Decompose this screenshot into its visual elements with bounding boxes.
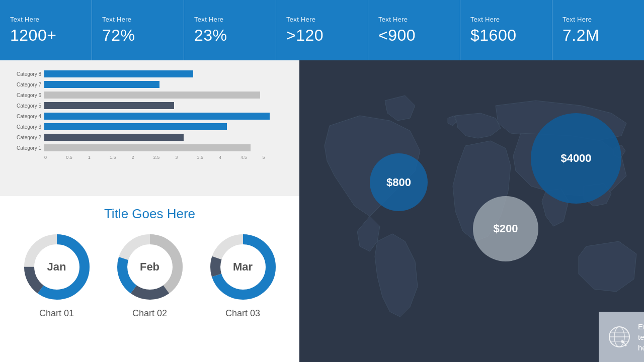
- stat-value-6: 7.2M: [562, 26, 634, 45]
- bar-label-2: Category 2: [10, 135, 41, 140]
- donut-center-feb: Feb: [140, 260, 159, 274]
- bottom-item-0: Enter text here.: [599, 312, 644, 362]
- bar-row-7: Category 7: [10, 81, 284, 88]
- stats-bar: Text Here 1200+ Text Here 72% Text Here …: [0, 0, 644, 60]
- bar-fill-4: [44, 113, 270, 120]
- bar-row-3: Category 3: [10, 123, 284, 130]
- bar-track-3: [44, 123, 284, 130]
- bottom-strip: Enter text here.: [599, 312, 644, 362]
- bar-label-7: Category 7: [10, 82, 41, 87]
- bar-row-6: Category 6: [10, 92, 284, 99]
- axis-0: 0: [44, 155, 66, 160]
- axis-25: 2.5: [153, 155, 175, 160]
- right-panel: $800 $200 $4000: [299, 60, 644, 362]
- bar-row-5: Category 5: [10, 102, 284, 109]
- donut-center-mar: Mar: [233, 260, 253, 274]
- bubble-value-4000: $4000: [560, 152, 591, 165]
- bar-track-6: [44, 92, 284, 99]
- bar-label-8: Category 8: [10, 71, 41, 77]
- bar-fill-5: [44, 102, 174, 109]
- stat-label-4: Text Here: [378, 16, 450, 23]
- donut-wrapper-mar: Mar: [208, 232, 278, 302]
- donut-center-jan: Jan: [47, 260, 66, 274]
- bar-fill-7: [44, 81, 159, 88]
- stat-item-0: Text Here 1200+: [0, 0, 92, 60]
- donut-item-feb: Feb Chart 02: [110, 232, 190, 319]
- axis-35: 3.5: [197, 155, 219, 160]
- stat-value-5: $1600: [470, 26, 542, 45]
- bar-fill-8: [44, 70, 193, 77]
- stat-label-2: Text Here: [194, 16, 266, 23]
- bar-fill-6: [44, 92, 260, 99]
- bar-label-4: Category 4: [10, 114, 41, 119]
- donut-wrapper-jan: Jan: [22, 232, 92, 302]
- bar-label-6: Category 6: [10, 93, 41, 98]
- axis-4: 4: [219, 155, 240, 160]
- bubble-value-200: $200: [494, 222, 518, 235]
- main-content: Category 8 Category 7 Category 6: [0, 60, 644, 362]
- bar-row-4: Category 4: [10, 113, 284, 120]
- bar-fill-1: [44, 144, 251, 151]
- stat-item-2: Text Here 23%: [184, 0, 276, 60]
- bar-track-8: [44, 70, 284, 77]
- stat-item-3: Text Here >120: [276, 0, 368, 60]
- axis-1: 1: [88, 155, 110, 160]
- bar-fill-3: [44, 123, 227, 130]
- stat-item-1: Text Here 72%: [92, 0, 184, 60]
- bubble-800: $800: [370, 153, 428, 211]
- axis-05: 0.5: [66, 155, 88, 160]
- bar-row-2: Category 2: [10, 134, 284, 141]
- bar-fill-2: [44, 134, 184, 141]
- left-panel: Category 8 Category 7 Category 6: [0, 60, 299, 362]
- globe-icon: [607, 324, 632, 349]
- bottom-text-0: Enter text here.: [638, 321, 644, 353]
- bar-track-1: [44, 144, 284, 151]
- axis-45: 4.5: [240, 155, 262, 160]
- bar-label-1: Category 1: [10, 145, 41, 151]
- world-map-svg: [299, 60, 644, 362]
- stat-label-6: Text Here: [562, 16, 634, 23]
- axis-15: 1.5: [110, 155, 131, 160]
- bar-label-5: Category 5: [10, 103, 41, 109]
- bar-track-4: [44, 113, 284, 120]
- axis-2: 2: [131, 155, 153, 160]
- bar-track-2: [44, 134, 284, 141]
- donuts-container: Jan Chart 01: [5, 232, 294, 319]
- bar-label-3: Category 3: [10, 124, 41, 130]
- donut-section: Title Goes Here: [0, 196, 299, 362]
- stat-label-5: Text Here: [470, 16, 542, 23]
- axis-5: 5: [263, 155, 284, 160]
- stat-value-3: >120: [286, 26, 358, 45]
- bar-row-8: Category 8: [10, 70, 284, 77]
- stat-item-5: Text Here $1600: [460, 0, 552, 60]
- donut-label-jan: Chart 01: [39, 308, 74, 319]
- donut-label-mar: Chart 03: [225, 308, 260, 319]
- donut-item-jan: Jan Chart 01: [17, 232, 97, 319]
- stat-value-1: 72%: [102, 26, 174, 45]
- bubble-value-800: $800: [386, 176, 411, 189]
- stat-value-4: <900: [378, 26, 450, 45]
- donut-title: Title Goes Here: [5, 206, 294, 222]
- stat-item-4: Text Here <900: [368, 0, 460, 60]
- stat-item-6: Text Here 7.2M: [552, 0, 644, 60]
- stat-value-2: 23%: [194, 26, 266, 45]
- donut-item-mar: Mar Chart 03: [203, 232, 283, 319]
- bar-track-5: [44, 102, 284, 109]
- donut-label-feb: Chart 02: [132, 308, 167, 319]
- stat-label-3: Text Here: [286, 16, 358, 23]
- stat-label-1: Text Here: [102, 16, 174, 23]
- bar-row-1: Category 1: [10, 144, 284, 151]
- chart-axis: 0 0.5 1 1.5 2 2.5 3 3.5 4 4.5 5: [44, 155, 284, 160]
- bar-track-7: [44, 81, 284, 88]
- bar-chart: Category 8 Category 7 Category 6: [10, 70, 284, 186]
- bubble-4000: $4000: [531, 113, 621, 204]
- stat-value-0: 1200+: [10, 26, 82, 45]
- donut-wrapper-feb: Feb: [115, 232, 185, 302]
- stat-label-0: Text Here: [10, 16, 82, 23]
- bubble-200: $200: [473, 196, 538, 261]
- bar-chart-section: Category 8 Category 7 Category 6: [0, 60, 299, 196]
- axis-3: 3: [175, 155, 197, 160]
